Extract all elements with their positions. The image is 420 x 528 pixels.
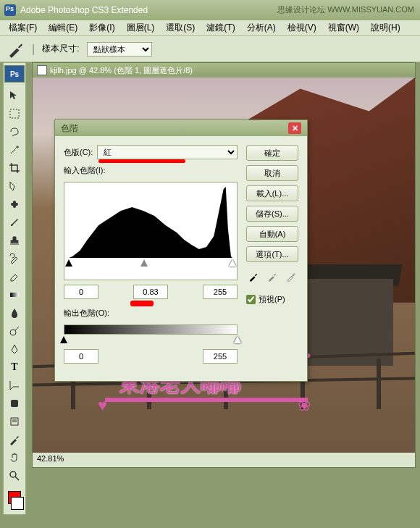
menu-edit[interactable]: 編輯(E) xyxy=(43,20,83,35)
toolbox: Ps T xyxy=(3,62,26,515)
save-button[interactable]: 儲存(S)... xyxy=(246,206,298,222)
menu-analysis[interactable]: 分析(A) xyxy=(241,20,282,35)
eraser-tool-icon[interactable] xyxy=(4,268,25,285)
background-swatch[interactable] xyxy=(11,497,24,510)
menu-help[interactable]: 說明(H) xyxy=(365,20,406,35)
gray-eyedropper-icon[interactable] xyxy=(265,269,280,284)
svg-rect-5 xyxy=(11,400,18,407)
auto-button[interactable]: 自動(A) xyxy=(246,226,298,242)
black-point-slider[interactable] xyxy=(65,259,72,267)
annotation-underline xyxy=(98,159,185,163)
pen-tool-icon[interactable] xyxy=(4,340,25,358)
channel-select[interactable]: 紅 xyxy=(97,145,238,159)
app-titlebar: Adobe Photoshop CS3 Extended 思缘设计论坛 WWW.… xyxy=(0,0,420,20)
load-button[interactable]: 載入(L)... xyxy=(246,185,298,201)
svg-rect-3 xyxy=(10,293,19,297)
preview-label: 預視(P) xyxy=(259,294,285,305)
white-eyedropper-icon[interactable] xyxy=(284,269,298,284)
svg-rect-0 xyxy=(10,109,19,118)
wand-tool-icon[interactable] xyxy=(4,141,25,159)
svg-point-4 xyxy=(10,330,16,335)
dialog-titlebar[interactable]: 色階 ✕ xyxy=(55,120,307,136)
menu-view[interactable]: 檢視(V) xyxy=(282,20,322,35)
annotation-highlight xyxy=(130,301,154,306)
app-icon xyxy=(4,4,16,16)
dodge-tool-icon[interactable] xyxy=(4,322,25,340)
dialog-title-text: 色階 xyxy=(61,122,78,135)
black-eyedropper-icon[interactable] xyxy=(246,269,261,284)
blur-tool-icon[interactable] xyxy=(4,304,25,322)
output-levels-label: 輸出色階(O): xyxy=(64,308,109,319)
ps-logo-icon[interactable]: Ps xyxy=(4,65,25,83)
type-tool-icon[interactable]: T xyxy=(4,359,25,376)
output-black-slider[interactable] xyxy=(60,336,67,343)
watermark-text: 思缘设计论坛 WWW.MISSYUAN.COM xyxy=(277,4,414,15)
eyedropper-tool-icon xyxy=(7,41,25,58)
shape-tool-icon[interactable] xyxy=(4,395,25,412)
menu-select[interactable]: 選取(S) xyxy=(160,20,201,35)
menu-file[interactable]: 檔案(F) xyxy=(3,20,43,35)
document-title: kjilh.jpg @ 42.8% (色階 1, 圖層遮色片/8) xyxy=(50,65,193,76)
options-button[interactable]: 選項(T)... xyxy=(246,246,298,262)
color-swatches[interactable] xyxy=(4,488,25,513)
output-white-slider[interactable] xyxy=(234,336,241,343)
eyedropper-toolbox-icon[interactable] xyxy=(4,431,25,448)
svg-rect-2 xyxy=(13,201,16,208)
output-gradient xyxy=(64,324,238,335)
white-point-slider[interactable] xyxy=(229,259,236,267)
menu-window[interactable]: 視窗(W) xyxy=(322,20,365,35)
sample-size-label: 樣本尺寸: xyxy=(42,43,79,55)
zoom-tool-icon[interactable] xyxy=(4,467,25,485)
path-tool-icon[interactable] xyxy=(4,377,25,394)
input-gamma-field[interactable] xyxy=(133,285,168,299)
histogram xyxy=(64,182,238,280)
channel-label: 色版(C): xyxy=(64,147,93,158)
output-black-field[interactable] xyxy=(64,349,98,364)
marquee-tool-icon[interactable] xyxy=(4,105,25,122)
ok-button[interactable]: 確定 xyxy=(246,145,298,161)
close-icon[interactable]: ✕ xyxy=(288,122,301,134)
gradient-tool-icon[interactable] xyxy=(4,286,25,303)
midpoint-slider[interactable] xyxy=(140,259,148,267)
sample-size-select[interactable]: 點狀樣本 xyxy=(87,42,152,56)
menu-filter[interactable]: 濾鏡(T) xyxy=(201,20,240,35)
notes-tool-icon[interactable] xyxy=(4,413,25,430)
zoom-level[interactable]: 42.81% xyxy=(37,454,64,463)
history-brush-icon[interactable] xyxy=(4,250,25,267)
input-white-field[interactable] xyxy=(203,285,238,299)
move-tool-icon[interactable] xyxy=(4,87,25,104)
levels-dialog: 色階 ✕ 色版(C): 紅 輸入色階(I): xyxy=(54,120,308,382)
preview-checkbox[interactable]: 預視(P) xyxy=(246,294,298,305)
input-black-field[interactable] xyxy=(64,285,98,299)
brush-tool-icon[interactable] xyxy=(4,214,25,231)
output-slider[interactable] xyxy=(64,336,238,345)
crop-tool-icon[interactable] xyxy=(4,159,25,177)
menu-image[interactable]: 影像(I) xyxy=(83,20,120,35)
cancel-button[interactable]: 取消 xyxy=(246,165,298,181)
stamp-tool-icon[interactable] xyxy=(4,232,25,249)
heal-tool-icon[interactable] xyxy=(4,196,25,213)
slice-tool-icon[interactable] xyxy=(4,177,25,195)
document-statusbar: 42.81% xyxy=(33,453,415,467)
menubar: 檔案(F) 編輯(E) 影像(I) 圖層(L) 選取(S) 濾鏡(T) 分析(A… xyxy=(0,20,420,36)
input-levels-label: 輸入色階(I): xyxy=(64,165,105,176)
input-slider[interactable] xyxy=(69,259,232,268)
hand-tool-icon[interactable] xyxy=(4,449,25,466)
app-title: Adobe Photoshop CS3 Extended xyxy=(20,5,148,15)
output-white-field[interactable] xyxy=(203,349,238,364)
svg-point-7 xyxy=(10,472,16,477)
document-titlebar[interactable]: kjilh.jpg @ 42.8% (色階 1, 圖層遮色片/8) xyxy=(33,63,415,77)
menu-layer[interactable]: 圖層(L) xyxy=(121,20,161,35)
lasso-tool-icon[interactable] xyxy=(4,123,25,141)
options-bar: | 樣本尺寸: 點狀樣本 xyxy=(0,36,420,62)
preview-checkbox-input[interactable] xyxy=(246,295,256,304)
document-icon xyxy=(37,65,47,75)
